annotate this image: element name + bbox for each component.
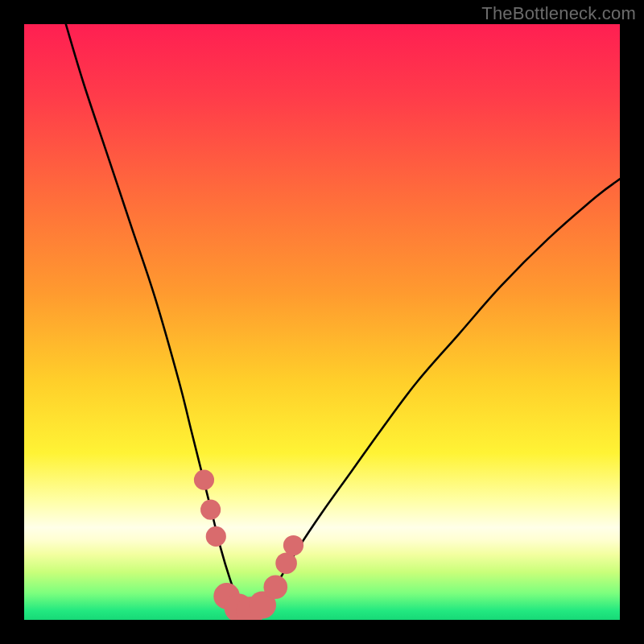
plot-area [24,24,620,620]
curve-marker [194,470,214,490]
curve-marker [206,526,226,547]
curve-markers [194,470,303,620]
curve-marker [200,500,221,520]
curve-marker [275,552,297,574]
curve-marker [283,535,303,555]
curve-path [66,24,620,612]
bottleneck-curve [24,24,620,620]
curve-marker [263,576,287,600]
chart-stage: TheBottleneck.com [0,0,644,644]
watermark-text: TheBottleneck.com [481,3,636,24]
